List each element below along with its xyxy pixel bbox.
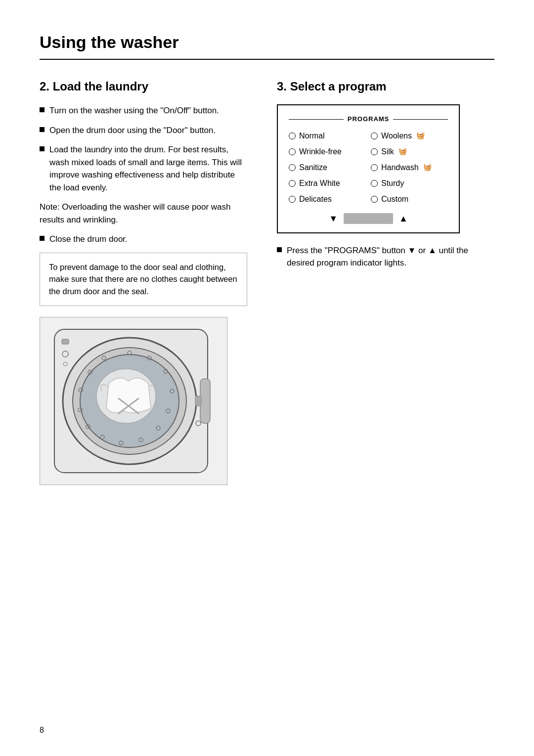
program-label-handwash: Handwash bbox=[381, 162, 419, 174]
title-divider bbox=[40, 59, 494, 60]
programs-grid: Normal Woolens 🧺 Wrinkle-free Silk 🧺 bbox=[289, 130, 448, 205]
bullet-text: Close the drum door. bbox=[49, 233, 128, 246]
bullet-icon bbox=[40, 146, 44, 151]
program-wrinkle-free: Wrinkle-free bbox=[289, 146, 366, 158]
drum-illustration bbox=[40, 317, 227, 485]
press-instructions-item: Press the "PROGRAMS" button ▼ or ▲ until… bbox=[277, 244, 494, 269]
page-number: 8 bbox=[40, 724, 44, 736]
nav-bar bbox=[344, 213, 393, 224]
program-label-custom: Custom bbox=[381, 193, 408, 205]
program-label-silk: Silk bbox=[381, 146, 394, 158]
press-instructions-list: Press the "PROGRAMS" button ▼ or ▲ until… bbox=[277, 244, 494, 269]
silk-icon: 🧺 bbox=[399, 146, 407, 157]
programs-nav: ▼ ▲ bbox=[289, 212, 448, 225]
nav-down-arrow[interactable]: ▼ bbox=[329, 212, 338, 225]
list-item: Load the laundry into the drum. For best… bbox=[40, 143, 247, 194]
radio-sanitize bbox=[289, 164, 296, 171]
woolens-icon: 🧺 bbox=[416, 131, 425, 141]
radio-normal bbox=[289, 133, 296, 139]
section3-heading: 3. Select a program bbox=[277, 78, 494, 95]
drum-svg bbox=[49, 324, 218, 478]
program-normal: Normal bbox=[289, 130, 366, 142]
svg-rect-2 bbox=[62, 339, 69, 344]
main-content: 2. Load the laundry Turn on the washer u… bbox=[40, 78, 494, 485]
program-handwash: Handwash 🧺 bbox=[371, 162, 448, 174]
bullet-text: Turn on the washer using the "On/Off" bu… bbox=[49, 104, 219, 117]
warning-box: To prevent damage to the door seal and c… bbox=[40, 253, 247, 306]
program-label-sturdy: Sturdy bbox=[381, 178, 404, 189]
radio-silk bbox=[371, 148, 378, 155]
bullet-list-main: Turn on the washer using the "On/Off" bu… bbox=[40, 104, 247, 194]
program-label-woolens: Woolens bbox=[381, 130, 412, 142]
section2-heading: 2. Load the laundry bbox=[40, 78, 247, 95]
programs-label: PROGRAMS bbox=[289, 114, 448, 124]
program-extra-white: Extra White bbox=[289, 178, 366, 189]
list-item: Turn on the washer using the "On/Off" bu… bbox=[40, 104, 247, 117]
bullet-text: Load the laundry into the drum. For best… bbox=[49, 143, 247, 194]
svg-rect-25 bbox=[195, 396, 201, 406]
bullet-list-close: Close the drum door. bbox=[40, 233, 247, 246]
program-delicates: Delicates bbox=[289, 193, 366, 205]
programs-panel: PROGRAMS Normal Woolens 🧺 Wrinkle-free bbox=[277, 104, 460, 233]
overload-note: Note: Overloading the washer will cause … bbox=[40, 201, 247, 226]
left-column: 2. Load the laundry Turn on the washer u… bbox=[40, 78, 247, 485]
press-instructions-text: Press the "PROGRAMS" button ▼ or ▲ until… bbox=[287, 244, 494, 269]
nav-up-arrow[interactable]: ▲ bbox=[399, 212, 408, 225]
program-label-delicates: Delicates bbox=[299, 193, 332, 205]
bullet-icon bbox=[40, 236, 44, 241]
bullet-icon bbox=[277, 247, 282, 252]
svg-rect-1 bbox=[200, 379, 210, 423]
radio-woolens bbox=[371, 133, 378, 139]
program-silk: Silk 🧺 bbox=[371, 146, 448, 158]
list-item: Open the drum door using the "Door" butt… bbox=[40, 124, 247, 137]
radio-wrinklefree bbox=[289, 148, 296, 155]
radio-sturdy bbox=[371, 180, 378, 187]
radio-custom bbox=[371, 196, 378, 203]
program-label-extrawhite: Extra White bbox=[299, 178, 340, 189]
program-woolens: Woolens 🧺 bbox=[371, 130, 448, 142]
list-item: Close the drum door. bbox=[40, 233, 247, 246]
warning-text: To prevent damage to the door seal and c… bbox=[49, 263, 237, 296]
radio-extrawhite bbox=[289, 180, 296, 187]
program-label-normal: Normal bbox=[299, 130, 325, 142]
right-column: 3. Select a program PROGRAMS Normal Wool… bbox=[277, 78, 494, 276]
bullet-text: Open the drum door using the "Door" butt… bbox=[49, 124, 216, 137]
program-sanitize: Sanitize bbox=[289, 162, 366, 174]
program-label-sanitize: Sanitize bbox=[299, 162, 327, 174]
bullet-icon bbox=[40, 107, 44, 112]
radio-delicates bbox=[289, 196, 296, 203]
bullet-icon bbox=[40, 127, 44, 132]
program-label-wrinklefree: Wrinkle-free bbox=[299, 146, 342, 158]
radio-handwash bbox=[371, 164, 378, 171]
page-title: Using the washer bbox=[40, 30, 494, 55]
handwash-icon: 🧺 bbox=[423, 162, 432, 173]
program-custom: Custom bbox=[371, 193, 448, 205]
program-sturdy: Sturdy bbox=[371, 178, 448, 189]
